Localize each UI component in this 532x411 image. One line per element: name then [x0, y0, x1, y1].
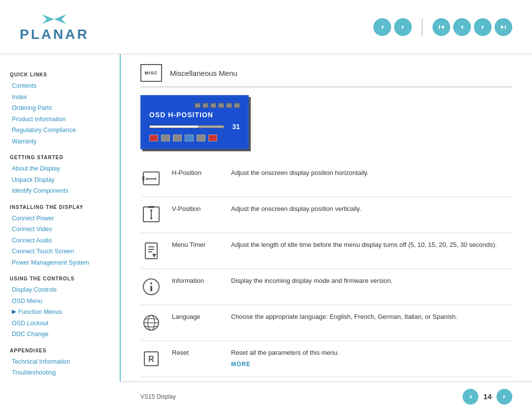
- sidebar-section-appendixes: APPENDIXES: [10, 348, 110, 353]
- sidebar-item-contents[interactable]: Contents: [10, 80, 110, 92]
- sidebar-item-connect-power[interactable]: Connect Power: [10, 213, 110, 224]
- footer-prev-button[interactable]: [463, 389, 478, 405]
- sidebar-item-display-controls[interactable]: Display Controls: [10, 284, 110, 296]
- nav-prev-button[interactable]: [453, 18, 471, 36]
- osd-icon-6: [234, 103, 240, 108]
- h-position-label: H-Position: [172, 168, 221, 176]
- svg-marker-32: [503, 395, 505, 399]
- information-icon: [140, 276, 162, 298]
- sidebar-item-osd-menu[interactable]: OSD Menu: [10, 296, 110, 307]
- svg-marker-4: [461, 25, 463, 29]
- feature-row-reset: R Reset Reset all the parameters of this…: [140, 341, 512, 377]
- sidebar-section-getting-started: GETTING STARTED: [10, 155, 110, 160]
- nav-back-button[interactable]: [373, 18, 391, 36]
- osd-btn-5: [197, 135, 205, 141]
- svg-marker-3: [441, 25, 444, 29]
- nav-group-prev-next: [373, 18, 412, 36]
- svg-rect-18: [145, 243, 157, 259]
- logo-area: PLANAR: [20, 12, 89, 42]
- nav-buttons: [373, 18, 512, 36]
- sidebar-item-troubleshooting[interactable]: Troubleshooting: [10, 367, 110, 378]
- h-position-desc: Adjust the onscreen display position hor…: [231, 168, 512, 178]
- footer: VS15 Display 14: [121, 381, 532, 411]
- menu-timer-desc: Adjust the length of idle time before th…: [231, 240, 512, 250]
- information-desc: Display the incoming display mode and fi…: [231, 276, 512, 286]
- reset-icon: R: [140, 348, 162, 370]
- sidebar-item-index[interactable]: Index: [10, 92, 110, 103]
- svg-rect-6: [505, 25, 506, 29]
- language-icon: [140, 312, 162, 334]
- language-desc: Choose the appropriate language: English…: [231, 312, 512, 322]
- content-header: MISC Miscellaneous Menu: [140, 64, 512, 87]
- misc-icon: MISC: [140, 64, 162, 82]
- menu-timer-icon: [140, 240, 162, 262]
- sidebar-item-warranty[interactable]: Warranty: [10, 136, 110, 147]
- svg-marker-22: [152, 254, 156, 258]
- feature-row-menu-timer: Menu Timer Adjust the length of idle tim…: [140, 233, 512, 269]
- osd-icon-4: [218, 103, 224, 108]
- feature-row-h-position: H-Position Adjust the onscreen display p…: [140, 161, 512, 197]
- section-title: Miscellaneous Menu: [170, 69, 237, 77]
- main-content: MISC Miscellaneous Menu OSD H-POSITION 3…: [121, 54, 532, 381]
- sidebar-item-technical-information[interactable]: Technical Information: [10, 356, 110, 368]
- feature-row-v-position: V-Position Adjust the onscreen display p…: [140, 197, 512, 233]
- svg-marker-5: [482, 25, 484, 29]
- svg-marker-1: [402, 25, 404, 29]
- reset-label: Reset: [172, 348, 221, 356]
- sidebar-item-power-management[interactable]: Power Management System: [10, 257, 110, 269]
- sidebar-item-connect-touch-screen[interactable]: Connect Touch Screen: [10, 246, 110, 257]
- osd-screenshot: OSD H-POSITION 31: [140, 95, 249, 149]
- sidebar-item-osd-lockout[interactable]: OSD Lockout: [10, 318, 110, 329]
- svg-rect-9: [142, 176, 144, 181]
- nav-group-controls: [432, 18, 512, 36]
- more-link[interactable]: MORE: [231, 361, 512, 368]
- feature-row-information: Information Display the incoming display…: [140, 269, 512, 305]
- osd-bottom-icons: [149, 135, 240, 141]
- osd-btn-2: [161, 135, 170, 141]
- sidebar-item-ddc-change[interactable]: DDC Change: [10, 329, 110, 340]
- active-arrow-icon: ▶: [12, 307, 16, 317]
- nav-next-button[interactable]: [474, 18, 492, 36]
- sidebar-item-unpack-display[interactable]: Unpack Display: [10, 174, 110, 186]
- sidebar-item-regulatory-compliance[interactable]: Regulatory Compliance: [10, 125, 110, 136]
- osd-slider-track: [149, 125, 224, 128]
- logo-text: PLANAR: [20, 27, 89, 42]
- nav-first-button[interactable]: [432, 18, 450, 36]
- v-position-label: V-Position: [172, 204, 221, 212]
- page-number: 14: [483, 392, 492, 401]
- svg-marker-7: [501, 25, 504, 29]
- footer-nav: 14: [463, 389, 512, 405]
- svg-point-24: [150, 282, 152, 284]
- svg-marker-31: [469, 395, 471, 399]
- sidebar-item-product-information[interactable]: Product Information: [10, 114, 110, 125]
- sidebar-item-connect-video[interactable]: Connect Video: [10, 224, 110, 235]
- logo-wings-icon: [39, 12, 69, 27]
- nav-last-button[interactable]: [495, 18, 512, 36]
- sidebar-item-ordering-parts[interactable]: Ordering Parts: [10, 103, 110, 114]
- osd-icon-1: [195, 103, 200, 108]
- sidebar-section-installing: INSTALLING THE DISPLAY: [10, 205, 110, 210]
- sidebar: QUICK LINKS Contents Index Ordering Part…: [0, 54, 121, 381]
- reset-desc: Reset all the parameters of this menu.: [231, 348, 512, 358]
- svg-rect-25: [150, 286, 152, 291]
- osd-slider-fill: [150, 126, 198, 128]
- osd-btn-6: [208, 135, 217, 141]
- osd-icon-2: [202, 103, 208, 108]
- header: PLANAR: [0, 0, 532, 54]
- svg-marker-12: [154, 177, 156, 180]
- osd-top-icons: [149, 103, 240, 108]
- svg-marker-17: [150, 218, 153, 220]
- nav-forward-button[interactable]: [394, 18, 412, 36]
- sidebar-item-about-display[interactable]: About the Display: [10, 163, 110, 174]
- sidebar-item-identify-components[interactable]: Identify Components: [10, 185, 110, 197]
- footer-product-label: VS15 Display: [140, 393, 176, 400]
- footer-next-button[interactable]: [497, 389, 512, 405]
- svg-text:R: R: [148, 355, 154, 363]
- sidebar-item-connect-audio[interactable]: Connect Audio: [10, 235, 110, 246]
- sidebar-section-controls: USING THE CONTROLS: [10, 276, 110, 281]
- sidebar-item-function-menus[interactable]: ▶ Function Menus: [10, 307, 110, 318]
- reset-desc-area: Reset all the parameters of this menu. M…: [231, 348, 512, 368]
- osd-btn-4: [185, 135, 194, 141]
- language-label: Language: [172, 312, 221, 320]
- information-label: Information: [172, 276, 221, 284]
